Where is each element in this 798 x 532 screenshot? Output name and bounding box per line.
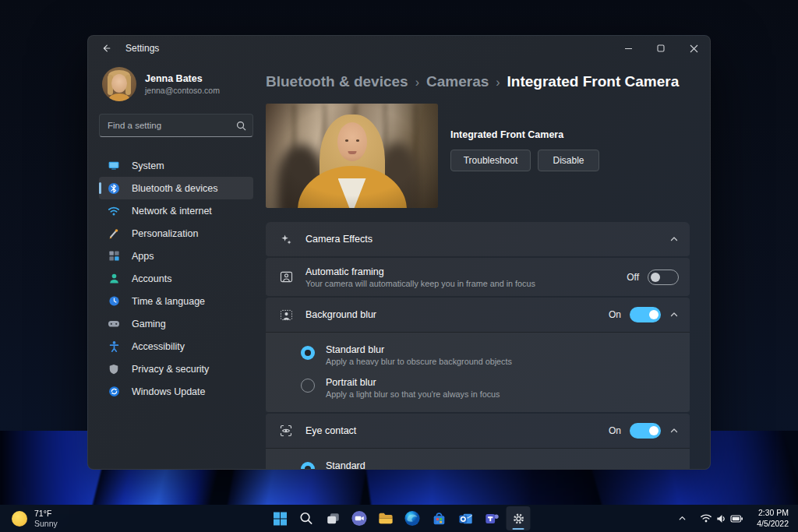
chevron-up-icon[interactable] (669, 310, 679, 319)
start-button[interactable] (268, 506, 292, 530)
edge-button[interactable] (401, 506, 425, 530)
troubleshoot-button[interactable]: Troubleshoot (450, 150, 531, 171)
profile-card[interactable]: Jenna Bates jenna@contoso.com (99, 65, 253, 103)
teams-icon (484, 511, 500, 527)
main-content: Bluetooth & devices›Cameras›Integrated F… (266, 61, 710, 469)
task-view-button[interactable] (321, 506, 345, 530)
camera-effects-label: Camera Effects (305, 234, 373, 245)
maximize-button[interactable] (644, 36, 677, 61)
eye-contact-state: On (609, 425, 621, 436)
portrait-blur-radio[interactable] (301, 379, 315, 393)
automatic-framing-toggle[interactable] (648, 270, 679, 285)
taskbar: 71°F Sunny (0, 505, 798, 532)
eye-contact-standard-option[interactable]: Standard Make eye contact even when you'… (301, 455, 677, 470)
background-blur-icon (278, 309, 294, 321)
disable-button[interactable]: Disable (538, 150, 599, 171)
weather-widget[interactable]: 71°F Sunny (3, 506, 66, 530)
portrait-blur-option[interactable]: Portrait blur Apply a light blur so that… (301, 372, 677, 404)
profile-email: jenna@contoso.com (145, 86, 220, 95)
sidebar-item-windows-update[interactable]: Windows Update (99, 380, 253, 403)
file-explorer-icon (378, 510, 394, 527)
avatar (102, 67, 136, 101)
sidebar-item-system[interactable]: System (99, 154, 253, 177)
sidebar-item-bluetooth-devices[interactable]: Bluetooth & devices (99, 177, 253, 199)
search-box[interactable] (99, 114, 253, 137)
eye-contact-standard-radio[interactable] (301, 462, 315, 470)
desktop: Settings (0, 0, 798, 532)
sidebar-item-apps[interactable]: Apps (99, 245, 253, 267)
sidebar-item-personalization[interactable]: Personalization (99, 222, 253, 245)
sidebar-item-accounts[interactable]: Accounts (99, 267, 253, 290)
minimize-button[interactable] (612, 36, 644, 61)
tray-time: 2:30 PM (757, 508, 789, 519)
personalization-icon (107, 227, 121, 240)
store-button[interactable] (427, 506, 451, 530)
sidebar-item-privacy-security[interactable]: Privacy & security (99, 358, 253, 380)
windows-start-icon (272, 511, 288, 527)
back-arrow-icon (101, 43, 111, 54)
search-icon (236, 121, 246, 131)
camera-preview (266, 104, 438, 208)
background-blur-toggle[interactable] (630, 307, 661, 322)
breadcrumb-separator: › (408, 76, 426, 89)
battery-icon (730, 514, 743, 523)
taskbar-center (268, 506, 531, 530)
outlook-button[interactable] (454, 506, 478, 530)
sidebar-item-accessibility[interactable]: Accessibility (99, 335, 253, 358)
sidebar-item-gaming[interactable]: Gaming (99, 312, 253, 335)
tray-status-icons[interactable] (691, 508, 752, 530)
accessibility-icon (107, 340, 121, 353)
settings-taskbar-button[interactable] (507, 506, 531, 530)
automatic-framing-subtitle: Your camera will automatically keep you … (305, 279, 535, 288)
microsoft-store-icon (431, 511, 447, 527)
settings-window: Settings (87, 35, 711, 470)
standard-blur-desc: Apply a heavy blur to obscure background… (326, 357, 512, 366)
portrait-blur-title: Portrait blur (326, 377, 500, 388)
camera-effects-section: Camera Effects (266, 222, 690, 470)
windows-update-icon (107, 385, 121, 398)
wifi-icon (700, 513, 712, 523)
chevron-up-icon[interactable] (669, 234, 679, 244)
tray-date: 4/5/2022 (757, 519, 789, 530)
file-explorer-button[interactable] (374, 506, 398, 530)
breadcrumb-cameras[interactable]: Cameras (426, 73, 489, 90)
system-icon (107, 159, 121, 172)
chat-button[interactable] (348, 506, 372, 530)
standard-blur-option[interactable]: Standard blur Apply a heavy blur to obsc… (301, 339, 677, 372)
close-icon (690, 44, 698, 53)
maximize-icon (657, 44, 665, 52)
sidebar-item-time-language[interactable]: Time & language (99, 290, 253, 312)
eye-contact-row[interactable]: Eye contact On (266, 414, 690, 448)
taskbar-search-button[interactable] (295, 506, 319, 530)
sidebar-nav: System Bluetooth & devices Network & int… (99, 154, 253, 403)
camera-effects-header[interactable]: Camera Effects (266, 222, 690, 256)
device-name: Integrated Front Camera (450, 129, 599, 140)
titlebar: Settings (88, 36, 710, 61)
clock[interactable]: 2:30 PM 4/5/2022 (752, 508, 795, 529)
bluetooth-icon (107, 181, 121, 195)
search-input[interactable] (108, 121, 236, 130)
automatic-framing-state: Off (627, 272, 639, 283)
automatic-framing-title: Automatic framing (305, 266, 535, 277)
search-icon (299, 511, 314, 526)
background-blur-row[interactable]: Background blur On (266, 298, 690, 332)
page-title: Integrated Front Camera (507, 73, 680, 90)
sidebar-item-network-internet[interactable]: Network & internet (99, 199, 253, 222)
volume-icon (715, 513, 727, 524)
back-button[interactable] (94, 38, 118, 58)
sparkle-icon (278, 234, 294, 245)
tray-chevron-button[interactable] (673, 508, 691, 530)
close-button[interactable] (677, 36, 710, 61)
sun-icon (12, 511, 27, 527)
automatic-framing-row: Automatic framing Your camera will autom… (266, 258, 690, 296)
teams-button[interactable] (480, 506, 504, 530)
chevron-up-icon[interactable] (669, 426, 679, 435)
task-view-icon (325, 511, 341, 527)
standard-blur-radio[interactable] (301, 346, 315, 360)
chat-video-icon (351, 510, 368, 527)
gaming-icon (107, 317, 121, 330)
minimize-icon (624, 44, 633, 53)
eye-contact-title: Eye contact (305, 425, 356, 436)
breadcrumb-bluetooth-devices[interactable]: Bluetooth & devices (266, 73, 408, 90)
eye-contact-toggle[interactable] (630, 423, 661, 439)
